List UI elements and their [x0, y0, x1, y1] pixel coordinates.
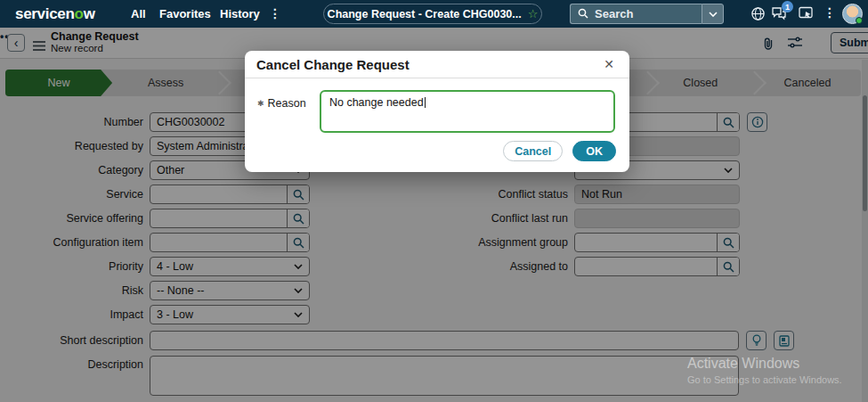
chevron-down-icon — [709, 12, 718, 17]
top-navigation-bar: servicenow All Favorites History ⋮ Chang… — [0, 0, 868, 28]
globe-icon[interactable] — [750, 6, 766, 25]
search-scope-dropdown[interactable] — [702, 4, 724, 24]
presence-status-dot — [856, 17, 863, 24]
dialog-body: ✱ Reason No change needed — [245, 78, 629, 133]
logo-green-o: o — [75, 5, 84, 22]
active-tab-pill[interactable]: Change Request - Create CHG0030... ☆ — [323, 4, 542, 24]
favorite-star-icon[interactable]: ☆ — [528, 7, 539, 21]
dialog-footer: Cancel OK — [503, 141, 616, 161]
nav-favorites[interactable]: Favorites — [159, 7, 211, 21]
windows-activation-watermark: Activate Windows Go to Settings to activ… — [687, 356, 842, 385]
nav-all[interactable]: All — [131, 7, 146, 21]
close-icon[interactable]: ✕ — [600, 55, 618, 73]
dialog-header: Cancel Change Request ✕ — [245, 51, 629, 78]
ok-button[interactable]: OK — [572, 141, 616, 161]
notification-badge: 1 — [782, 1, 793, 12]
cancel-change-request-dialog: Cancel Change Request ✕ ✱ Reason No chan… — [245, 51, 629, 172]
dialog-title: Cancel Change Request — [256, 57, 600, 72]
servicenow-app: servicenow All Favorites History ⋮ Chang… — [0, 0, 868, 402]
global-search[interactable] — [570, 4, 702, 24]
cancel-button[interactable]: Cancel — [503, 141, 563, 161]
reason-textarea[interactable]: No change needed — [320, 90, 615, 133]
servicenow-logo[interactable]: servicenow — [15, 5, 95, 23]
text-cursor — [425, 97, 426, 108]
search-icon — [578, 6, 588, 22]
nav-more-icon[interactable]: ⋮ — [269, 6, 281, 21]
search-input[interactable] — [595, 7, 684, 21]
reason-label: ✱ Reason — [257, 90, 309, 133]
user-avatar[interactable] — [842, 4, 863, 24]
mandatory-field-icon: ✱ — [257, 97, 264, 133]
tab-label: Change Request - Create CHG0030... — [328, 8, 522, 21]
virtual-agent-icon[interactable] — [799, 6, 814, 24]
nav-history[interactable]: History — [220, 7, 260, 21]
header-more-icon[interactable]: ⋮ — [823, 5, 836, 20]
